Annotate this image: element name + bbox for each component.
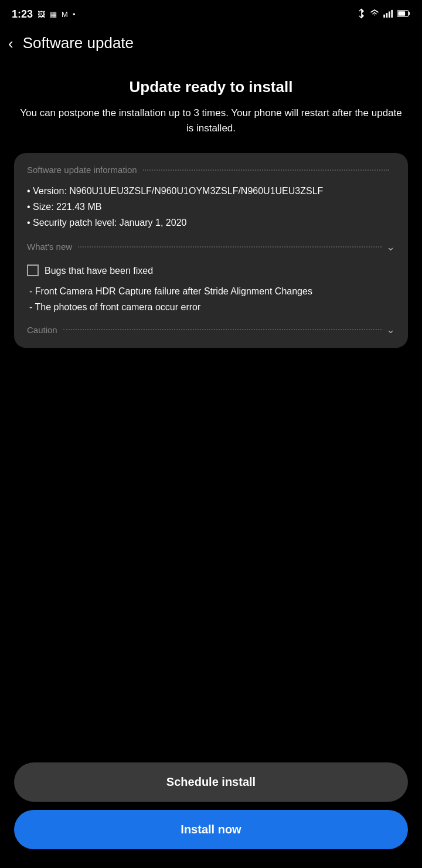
image-status-icon: 🖼 xyxy=(38,10,45,19)
svg-rect-5 xyxy=(409,12,410,15)
bluetooth-icon xyxy=(358,8,366,21)
whats-new-chevron-icon[interactable]: ⌄ xyxy=(386,240,395,253)
dotted-divider-3 xyxy=(63,329,382,330)
dotted-divider-1 xyxy=(143,169,389,171)
gmail-status-icon: M xyxy=(62,10,68,19)
svg-rect-0 xyxy=(383,14,385,17)
fix-item-2: - The photoes of front camera occur erro… xyxy=(27,299,395,315)
svg-rect-3 xyxy=(391,9,393,17)
back-button[interactable]: ‹ xyxy=(8,36,13,51)
whats-new-divider: What's new ⌄ xyxy=(27,240,395,253)
whats-new-label: What's new xyxy=(27,242,72,252)
main-content: Update ready to install You can postpone… xyxy=(0,60,422,348)
caution-label: Caution xyxy=(27,325,57,335)
dotted-divider-2 xyxy=(78,246,382,247)
update-subtitle: You can postpone the installation up to … xyxy=(14,106,408,135)
whats-new-content: Bugs that have been fixed - Front Camera… xyxy=(27,263,395,316)
sim-status-icon: ▦ xyxy=(50,10,57,19)
install-now-button[interactable]: Install now xyxy=(14,810,408,849)
svg-rect-6 xyxy=(398,11,405,16)
version-line: • Version: N960U1UEU3ZSLF/N960U1OYM3ZSLF… xyxy=(27,183,395,199)
wifi-icon xyxy=(369,9,380,19)
battery-icon xyxy=(397,9,410,19)
page-title: Software update xyxy=(23,34,134,52)
fix-item-1: - Front Camera HDR Capture failure after… xyxy=(27,283,395,299)
svg-rect-2 xyxy=(389,11,390,18)
schedule-install-button[interactable]: Schedule install xyxy=(14,762,408,802)
update-title: Update ready to install xyxy=(14,78,408,96)
dot-status-icon: • xyxy=(73,10,76,19)
bugs-checkbox[interactable] xyxy=(27,265,39,276)
caution-divider: Caution ⌄ xyxy=(27,323,395,336)
version-info: • Version: N960U1UEU3ZSLF/N960U1OYM3ZSLF… xyxy=(27,183,395,231)
header: ‹ Software update xyxy=(0,26,422,60)
status-left: 1:23 🖼 ▦ M • xyxy=(12,8,75,21)
signal-icon xyxy=(383,9,394,19)
caution-chevron-icon[interactable]: ⌄ xyxy=(386,323,395,336)
bugs-fixed-row: Bugs that have been fixed xyxy=(27,263,395,279)
status-bar: 1:23 🖼 ▦ M • xyxy=(0,0,422,26)
size-line: • Size: 221.43 MB xyxy=(27,199,395,215)
info-card: Software update information • Version: N… xyxy=(14,153,408,348)
security-line: • Security patch level: January 1, 2020 xyxy=(27,215,395,230)
status-right xyxy=(358,8,410,21)
info-section-title: Software update information xyxy=(27,165,137,175)
bottom-buttons: Schedule install Install now xyxy=(0,753,422,868)
info-section-header: Software update information xyxy=(27,165,395,175)
svg-rect-1 xyxy=(386,13,388,18)
status-time: 1:23 xyxy=(12,8,33,21)
bugs-fixed-label: Bugs that have been fixed xyxy=(45,263,153,279)
